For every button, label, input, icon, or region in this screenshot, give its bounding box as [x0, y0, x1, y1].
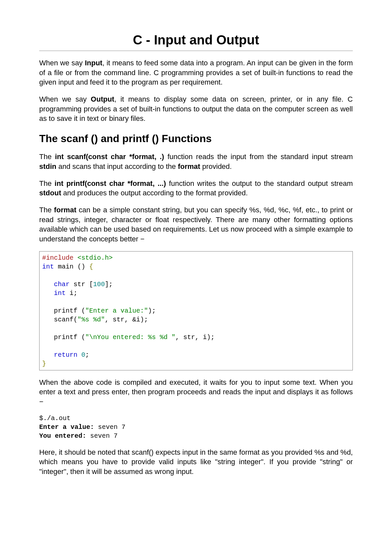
code-example: #include <stdio.h> int main () { char st… — [39, 251, 353, 370]
code-token: ; — [85, 351, 89, 359]
bold-output: Output — [91, 95, 114, 103]
code-token: "\nYou entered: %s %d " — [85, 334, 175, 341]
terminal-line: $./a.out — [39, 415, 71, 422]
code-token: int — [54, 289, 66, 297]
paragraph-format: The format can be a simple constant stri… — [39, 205, 353, 244]
code-token: printf ( — [54, 334, 85, 341]
code-token: { — [89, 263, 93, 270]
bold-printf-sig: int printf(const char *format, ...) — [55, 179, 166, 187]
text: function writes the output to the standa… — [166, 179, 353, 187]
paragraph-scanf: The int scanf(const char *format, .) fun… — [39, 152, 353, 171]
paragraph-explain: When the above code is compiled and exec… — [39, 378, 353, 407]
code-token: printf ( — [54, 307, 85, 315]
paragraph-output-def: When we say Output, it means to display … — [39, 94, 353, 123]
terminal-text: seven 7 — [94, 423, 125, 431]
terminal-text: seven 7 — [86, 432, 118, 440]
bold-format: format — [178, 162, 200, 171]
code-token: int — [42, 263, 54, 270]
text: function reads the input from the standa… — [164, 153, 353, 161]
page-title: C - Input and Output — [39, 33, 353, 51]
paragraph-printf: The int printf(const char *format, ...) … — [39, 179, 353, 198]
code-token: , str, &i); — [105, 316, 148, 323]
document-page: C - Input and Output When we say Input, … — [0, 0, 392, 554]
bold-scanf-sig: int scanf(const char *format, .) — [55, 153, 164, 161]
code-token: str [ — [70, 281, 93, 288]
text: can be a simple constant string, but you… — [39, 206, 353, 243]
code-token: ); — [148, 307, 156, 315]
bold-stdout: stdout — [39, 189, 61, 197]
terminal-prompt: Enter a value: — [39, 423, 94, 431]
text: and scans that input according to the — [57, 162, 178, 171]
code-token: "Enter a value:" — [85, 307, 148, 315]
code-token: , str, i); — [175, 334, 215, 341]
code-token: ]; — [105, 281, 113, 288]
text: When we say — [39, 95, 91, 103]
code-token: } — [42, 360, 46, 367]
code-token: char — [54, 281, 70, 288]
code-token: 100 — [93, 281, 105, 288]
bold-input: Input — [85, 59, 103, 67]
terminal-prompt: You entered: — [39, 432, 86, 440]
text: The — [39, 206, 54, 214]
text: provided. — [200, 162, 232, 171]
code-token: #include — [42, 254, 74, 262]
text: The — [39, 153, 55, 161]
code-token: 0 — [81, 351, 85, 359]
code-token: <stdio.h> — [77, 254, 113, 262]
paragraph-note: Here, it should be noted that scanf() ex… — [39, 448, 353, 477]
code-token: "%s %d" — [77, 316, 105, 323]
code-token: scanf( — [54, 316, 77, 323]
bold-stdin: stdin — [39, 162, 57, 171]
code-token: main () — [54, 263, 89, 270]
code-token: i; — [66, 289, 77, 297]
text: and produces the output according to the… — [61, 189, 248, 197]
paragraph-input-def: When we say Input, it means to feed some… — [39, 58, 353, 87]
text: When we say — [39, 59, 85, 67]
code-token: return — [54, 351, 77, 359]
text: The — [39, 179, 55, 187]
bold-format-word: format — [54, 206, 76, 214]
terminal-output: $./a.out Enter a value: seven 7 You ente… — [39, 414, 353, 440]
section-heading: The scanf () and printf () Functions — [39, 133, 353, 145]
